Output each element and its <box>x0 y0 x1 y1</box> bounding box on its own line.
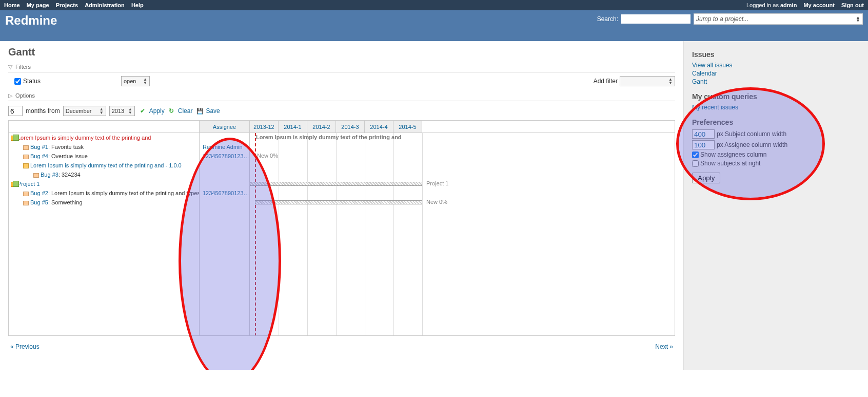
assignee-cell <box>200 170 249 179</box>
status-filter-checkbox[interactable] <box>14 78 21 85</box>
gantt-issue-row[interactable]: Bug #5: Somwething <box>9 198 199 207</box>
gantt-project-row[interactable]: Project 1 <box>9 179 199 188</box>
gantt-issue-row[interactable]: Bug #3: 324234 <box>9 170 199 179</box>
sidebar-recent-issues[interactable]: My recent issues <box>692 104 860 111</box>
show-subjects-right-checkbox[interactable] <box>692 160 699 167</box>
issue-subject: : 324234 <box>58 172 81 178</box>
prefs-apply-button[interactable]: Apply <box>692 173 720 183</box>
gantt-project-row[interactable]: Lorem Ipsum is simply dummy text of the … <box>9 133 199 142</box>
sidebar: Issues View all issues Calendar Gantt My… <box>683 41 868 370</box>
nav-myaccount[interactable]: My account <box>803 2 835 8</box>
sidebar-gantt[interactable]: Gantt <box>692 78 860 85</box>
preferences-form: px Subject conlumn width px Assignee col… <box>692 129 860 183</box>
sidebar-view-all-issues[interactable]: View all issues <box>692 62 860 69</box>
options-toggle[interactable]: ▷ Options <box>8 91 675 101</box>
assignee-header: Assignee <box>200 121 249 133</box>
caret-down-icon: ▽ <box>8 64 12 70</box>
nav-signout[interactable]: Sign out <box>841 2 864 8</box>
month-header[interactable]: 2013-12 <box>250 121 279 133</box>
show-assignees-checkbox[interactable] <box>692 152 699 158</box>
add-filter-label: Add filter <box>594 78 618 85</box>
assignee-cell <box>200 198 249 207</box>
nav-home[interactable]: Home <box>4 2 20 8</box>
timeline-project-label: Lorem Ipsum is simply dummy text of the … <box>256 134 402 140</box>
disk-icon <box>196 107 204 115</box>
logged-as: Logged in as admin <box>746 2 799 8</box>
project-jump-select[interactable]: Jump to a project... ▲▼ <box>694 13 863 25</box>
issue-key: Bug #4 <box>30 153 48 159</box>
gantt-timeline[interactable]: 2013-122014-12014-22014-32014-42014-5 Lo… <box>250 121 675 335</box>
issue-subject: : Lorem Ipsum is simply dummy text of th… <box>48 190 199 196</box>
issue-key: Bug #1 <box>30 144 48 150</box>
assignee-width-label: px Assignee column width <box>717 141 787 148</box>
gantt-bar[interactable] <box>250 182 422 186</box>
gantt-chart: Lorem Ipsum is simply dummy text of the … <box>8 120 675 336</box>
search-label: Search: <box>597 15 618 23</box>
show-subjects-right-label: Show subjects at right <box>700 160 760 167</box>
nav-mypage[interactable]: My page <box>27 2 49 8</box>
content: Gantt ▽ Filters Status open ▲▼ Add filte… <box>0 41 683 370</box>
months-input[interactable] <box>8 106 23 116</box>
row-text: Project 1 <box>17 181 40 187</box>
bug-icon <box>23 145 29 150</box>
gantt-subjects-column: Lorem Ipsum is simply dummy text of the … <box>9 121 200 335</box>
bug-icon <box>23 192 29 196</box>
row-text: Lorem Ipsum is simply dummy text of the … <box>30 162 182 168</box>
logged-as-user: admin <box>780 2 797 8</box>
apply-link[interactable]: Apply <box>149 107 165 115</box>
page-title: Gantt <box>8 46 675 58</box>
sidebar-prefs-heading: Preferences <box>692 118 860 126</box>
save-link[interactable]: Save <box>206 107 220 115</box>
dropdown-icon: ▲▼ <box>100 107 104 115</box>
row-text: Lorem Ipsum is simply dummy text of the … <box>17 135 151 141</box>
next-link[interactable]: Next » <box>655 343 673 350</box>
bug-icon <box>23 201 29 205</box>
status-filter-select[interactable]: open ▲▼ <box>121 76 150 86</box>
assignee-width-input[interactable] <box>692 140 715 149</box>
search-input[interactable] <box>621 14 691 24</box>
options-label: Options <box>15 92 35 99</box>
gantt-version-row[interactable]: Lorem Ipsum is simply dummy text of the … <box>9 161 199 170</box>
project-icon <box>11 136 16 141</box>
add-filter-select[interactable]: ▲▼ <box>620 76 675 86</box>
assignee-cell: 123456789012345... <box>200 152 249 161</box>
check-icon <box>140 107 147 115</box>
timeline-status-label: New 0% <box>426 199 447 205</box>
gantt-bar[interactable] <box>255 200 422 204</box>
bug-icon <box>33 173 39 178</box>
today-line <box>255 133 256 336</box>
header: Redmine Search: Jump to a project... ▲▼ <box>0 10 868 41</box>
issue-subject: : Favorite task <box>48 144 84 150</box>
year-select[interactable]: 2013 ▲▼ <box>109 106 135 116</box>
month-header[interactable]: 2014-5 <box>393 121 422 133</box>
status-filter-value: open <box>124 78 136 84</box>
nav-help[interactable]: Help <box>131 2 144 8</box>
top-menu: Home My page Projects Administration Hel… <box>0 0 868 10</box>
subject-width-input[interactable] <box>692 129 715 139</box>
gantt-issue-row[interactable]: Bug #2: Lorem Ipsum is simply dummy text… <box>9 188 199 198</box>
prev-link[interactable]: « Previous <box>10 343 40 350</box>
filters-toggle[interactable]: ▽ Filters <box>8 62 675 72</box>
month-header[interactable]: 2014-4 <box>365 121 393 133</box>
gantt-issue-row[interactable]: Bug #4: Overdue issue <box>9 152 199 161</box>
month-header[interactable]: 2014-2 <box>307 121 336 133</box>
dropdown-icon: ▲▼ <box>128 107 132 115</box>
month-header[interactable]: 2014-1 <box>279 121 307 133</box>
sidebar-calendar[interactable]: Calendar <box>692 70 860 77</box>
reload-icon <box>169 107 176 115</box>
month-header[interactable]: 2014-3 <box>336 121 365 133</box>
assignee-cell: Redmine Admin <box>200 142 249 152</box>
month-value: December <box>66 108 92 114</box>
bug-icon <box>23 155 29 159</box>
months-from-label: months from <box>26 107 60 115</box>
subject-width-label: px Subject conlumn width <box>717 130 786 138</box>
assignee-cell <box>200 179 249 188</box>
project-icon <box>11 182 16 187</box>
filters-label: Filters <box>15 64 31 70</box>
nav-admin[interactable]: Administration <box>85 2 125 8</box>
month-select[interactable]: December ▲▼ <box>63 106 106 116</box>
gantt-issue-row[interactable]: Bug #1: Favorite task <box>9 142 199 152</box>
clear-link[interactable]: Clear <box>178 107 193 115</box>
issue-key: Bug #3 <box>41 172 58 178</box>
nav-projects[interactable]: Projects <box>56 2 78 8</box>
